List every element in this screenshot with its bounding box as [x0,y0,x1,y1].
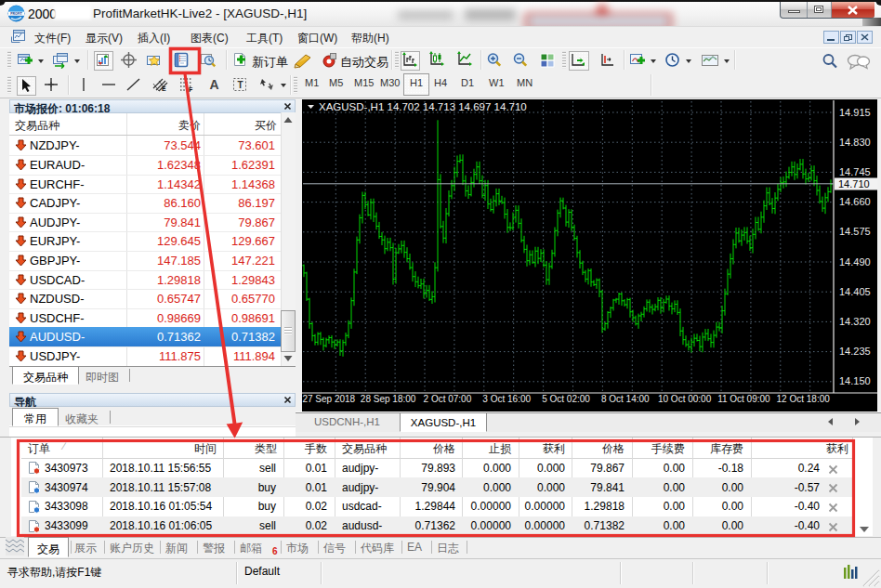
svg-text:14.660: 14.660 [839,196,871,207]
svg-text:14.745: 14.745 [839,166,871,177]
svg-text:8 Oct 14:00: 8 Oct 14:00 [601,394,650,404]
svg-text:14.235: 14.235 [839,346,871,357]
svg-text:14.320: 14.320 [839,316,871,327]
svg-text:14.915: 14.915 [839,107,871,118]
svg-text:14.490: 14.490 [839,256,871,268]
svg-text:14.150: 14.150 [839,375,871,386]
svg-text:14.405: 14.405 [839,286,871,297]
svg-text:14.710: 14.710 [838,178,870,189]
svg-text:2 Oct 07:00: 2 Oct 07:00 [424,394,472,404]
svg-text:10 Oct 00:00: 10 Oct 00:00 [658,394,712,404]
svg-text:27 Sep 2018: 27 Sep 2018 [302,394,355,404]
svg-text:XAGUSD-,H1 14.702 14.713 14.6: XAGUSD-,H1 14.702 14.713 14.697 14.710 [319,101,527,112]
svg-text:5 Oct 02:00: 5 Oct 02:00 [542,394,590,404]
svg-text:14.830: 14.830 [839,137,871,148]
svg-text:3 Oct 16:00: 3 Oct 16:00 [482,394,531,404]
svg-text:14.575: 14.575 [839,226,871,237]
svg-text:28 Sep 18:00: 28 Sep 18:00 [361,394,416,404]
svg-text:12 Oct 18:00: 12 Oct 18:00 [777,394,831,404]
svg-text:11 Oct 09:00: 11 Oct 09:00 [717,394,770,404]
